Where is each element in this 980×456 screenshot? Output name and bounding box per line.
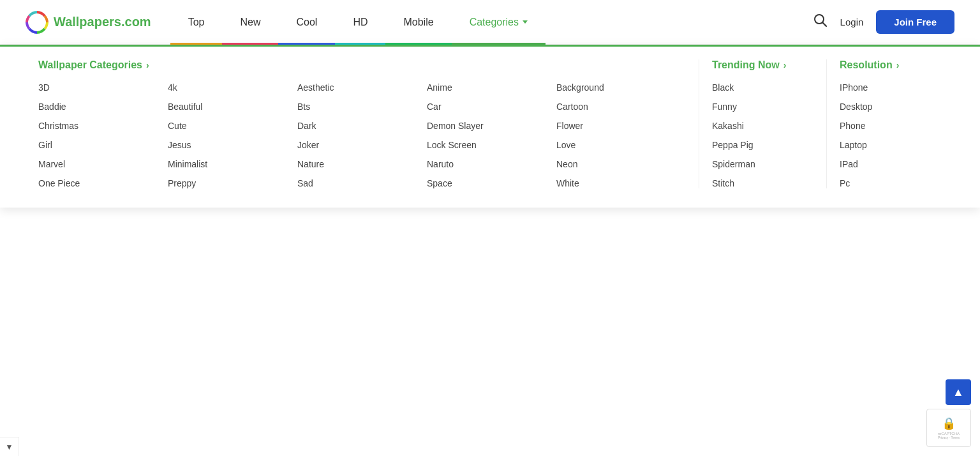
header: Wallpapers.com Top New Cool HD Mobile Ca…: [0, 0, 980, 45]
category-item[interactable]: Cartoon: [556, 102, 686, 112]
search-icon: [813, 13, 828, 27]
logo[interactable]: Wallpapers.com: [26, 11, 151, 34]
trending-column: Trending Now › BlackFunnyKakashiPeppa Pi…: [699, 59, 827, 167]
resolution-item[interactable]: IPhone: [840, 82, 942, 93]
category-item[interactable]: Cute: [168, 121, 297, 131]
join-free-button[interactable]: Join Free: [876, 10, 954, 34]
category-item[interactable]: Nature: [297, 159, 427, 167]
categories-grid: 3D4kAestheticAnimeBackgroundBaddieBeauti…: [38, 82, 686, 167]
resolution-item[interactable]: Phone: [840, 121, 942, 131]
resolution-item[interactable]: Laptop: [840, 140, 942, 150]
nav-mobile[interactable]: Mobile: [385, 0, 451, 45]
main-nav: Top New Cool HD Mobile Categories: [170, 0, 813, 45]
category-item[interactable]: Dark: [297, 121, 427, 131]
search-button[interactable]: [813, 13, 828, 31]
trending-item[interactable]: Spiderman: [712, 159, 813, 167]
login-button[interactable]: Login: [840, 17, 864, 27]
category-item[interactable]: Lock Screen: [427, 140, 556, 150]
svg-line-2: [822, 23, 826, 27]
category-item[interactable]: Marvel: [38, 159, 168, 167]
logo-icon: [26, 11, 48, 34]
trending-item[interactable]: Funny: [712, 102, 813, 112]
category-item[interactable]: Baddie: [38, 102, 168, 112]
resolution-list: IPhoneDesktopPhoneLaptopIPadPc: [840, 82, 942, 167]
category-item[interactable]: Jesus: [168, 140, 297, 150]
trending-item[interactable]: Peppa Pig: [712, 140, 813, 150]
category-item[interactable]: Flower: [556, 121, 686, 131]
nav-categories[interactable]: Categories: [452, 0, 546, 45]
category-item[interactable]: Girl: [38, 140, 168, 150]
categories-arrow-icon: ›: [146, 60, 149, 70]
category-item[interactable]: 4k: [168, 82, 297, 93]
trending-item[interactable]: Black: [712, 82, 813, 93]
nav-new[interactable]: New: [222, 0, 278, 45]
categories-chevron-icon: [523, 20, 528, 24]
category-item[interactable]: Neon: [556, 159, 686, 167]
resolution-arrow-icon: ›: [896, 60, 900, 70]
header-right: Login Join Free: [813, 10, 954, 34]
nav-cool[interactable]: Cool: [278, 0, 335, 45]
resolution-item[interactable]: IPad: [840, 159, 942, 167]
resolution-item[interactable]: Desktop: [840, 102, 942, 112]
category-item[interactable]: Beautiful: [168, 102, 297, 112]
category-item[interactable]: Anime: [427, 82, 556, 93]
nav-hd[interactable]: HD: [335, 0, 385, 45]
category-item[interactable]: Joker: [297, 140, 427, 150]
category-item[interactable]: Love: [556, 140, 686, 150]
category-item[interactable]: Demon Slayer: [427, 121, 556, 131]
resolution-column: Resolution › IPhoneDesktopPhoneLaptopIPa…: [827, 59, 954, 167]
resolution-title[interactable]: Resolution ›: [840, 59, 942, 71]
category-item[interactable]: 3D: [38, 82, 168, 93]
trending-item[interactable]: Kakashi: [712, 121, 813, 131]
category-item[interactable]: Background: [556, 82, 686, 93]
dropdown-panel: Wallpaper Categories › 3D4kAestheticAnim…: [0, 45, 980, 167]
trending-arrow-icon: ›: [783, 60, 787, 70]
categories-column: Wallpaper Categories › 3D4kAestheticAnim…: [26, 59, 699, 167]
category-item[interactable]: Car: [427, 102, 556, 112]
category-item[interactable]: Aesthetic: [297, 82, 427, 93]
logo-text: Wallpapers.com: [54, 15, 151, 29]
trending-title[interactable]: Trending Now ›: [712, 59, 813, 71]
category-item[interactable]: Christmas: [38, 121, 168, 131]
category-item[interactable]: Bts: [297, 102, 427, 112]
category-item[interactable]: Naruto: [427, 159, 556, 167]
categories-title[interactable]: Wallpaper Categories ›: [38, 59, 686, 71]
category-item[interactable]: Minimalist: [168, 159, 297, 167]
nav-top[interactable]: Top: [170, 0, 223, 45]
trending-list: BlackFunnyKakashiPeppa PigSpidermanStitc…: [712, 82, 813, 167]
